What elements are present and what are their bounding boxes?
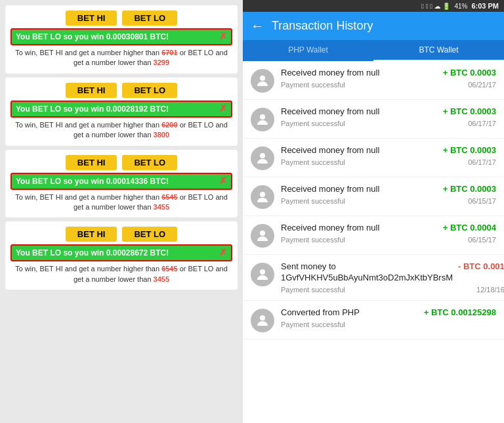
lo-number: 3455 bbox=[154, 275, 169, 283]
tx-title: Converted from PHP bbox=[281, 307, 419, 319]
status-bar:    ☁ 🔋 41% 6:03 PM bbox=[243, 0, 504, 12]
wallet-tab-btc-wallet[interactable]: BTC Wallet bbox=[373, 40, 504, 61]
back-button[interactable]: ← bbox=[251, 18, 264, 33]
tx-date: 06/17/17 bbox=[468, 120, 496, 127]
svg-point-2 bbox=[260, 153, 265, 158]
bet-card: BET HI BET LO You BET LO so you win 0.00… bbox=[5, 150, 238, 218]
hi-number: 6545 bbox=[161, 265, 177, 273]
tx-bottom: Payment successful 12/18/16 bbox=[281, 286, 504, 294]
transaction-list: Received money from null + BTC 0.0003 Pa… bbox=[243, 61, 504, 423]
transaction-item[interactable]: Converted from PHP + BTC 0.00125298 Paym… bbox=[243, 301, 504, 340]
win-banner: You BET LO so you win 0.00030801 BTC! bbox=[10, 28, 232, 45]
right-panel:    ☁ 🔋 41% 6:03 PM ← Transaction Hist… bbox=[243, 0, 504, 423]
tx-amount: - BTC 0.001 bbox=[458, 261, 504, 271]
tx-avatar bbox=[251, 185, 274, 209]
tx-content: Sent money to 1GvfVHKHV5uBbAyuNmt3oD2mJx… bbox=[281, 261, 504, 294]
svg-point-4 bbox=[260, 231, 265, 236]
tx-top: Received money from null + BTC 0.0003 bbox=[281, 106, 496, 118]
tx-date: 06/17/17 bbox=[468, 158, 496, 166]
bet-hi-button[interactable]: BET HI bbox=[66, 83, 117, 98]
page-title: Transaction History bbox=[272, 19, 373, 33]
tx-title: Received money from null bbox=[281, 184, 438, 195]
bet-buttons: BET HI BET LO bbox=[10, 11, 232, 26]
tx-title: Received money from null bbox=[281, 145, 438, 156]
tx-top: Received money from null + BTC 0.0004 bbox=[281, 223, 496, 234]
tx-status: Payment successful bbox=[281, 120, 345, 127]
tx-top: Sent money to 1GvfVHKHV5uBbAyuNmt3oD2mJx… bbox=[281, 261, 504, 284]
tx-status: Payment successful bbox=[281, 81, 345, 89]
tx-title: Received money from null bbox=[281, 106, 438, 118]
bet-hi-button[interactable]: BET HI bbox=[66, 11, 117, 26]
bet-hi-button[interactable]: BET HI bbox=[66, 155, 117, 170]
bet-hi-button[interactable]: BET HI bbox=[66, 227, 117, 242]
tx-bottom: Payment successful 06/15/17 bbox=[281, 197, 496, 205]
tx-bottom: Payment successful 06/17/17 bbox=[281, 120, 496, 127]
bet-buttons: BET HI BET LO bbox=[10, 155, 232, 170]
transaction-item[interactable]: Received money from null + BTC 0.0004 Pa… bbox=[243, 216, 504, 255]
bet-lo-button[interactable]: BET LO bbox=[122, 227, 177, 242]
transaction-item[interactable]: Received money from null + BTC 0.0003 Pa… bbox=[243, 139, 504, 177]
tx-amount: + BTC 0.0003 bbox=[443, 68, 496, 78]
tx-status: Payment successful bbox=[281, 158, 345, 166]
tx-status: Payment successful bbox=[281, 236, 345, 244]
signal-icons:    ☁ 🔋 bbox=[421, 3, 450, 10]
tx-avatar bbox=[251, 224, 274, 248]
wallet-tab-php-wallet[interactable]: PHP Wallet bbox=[243, 40, 373, 61]
wallet-tabs: PHP WalletBTC Wallet bbox=[243, 40, 504, 61]
left-panel: BET HI BET LO You BET LO so you win 0.00… bbox=[0, 0, 243, 423]
bet-description: To win, BET HI and get a number higher t… bbox=[10, 264, 232, 284]
tx-title: Sent money to 1GvfVHKHV5uBbAyuNmt3oD2mJx… bbox=[281, 261, 453, 284]
bet-card: BET HI BET LO You BET LO so you win 0.00… bbox=[5, 221, 238, 290]
bet-buttons: BET HI BET LO bbox=[10, 227, 232, 242]
bet-description: To win, BET HI and get a number higher t… bbox=[10, 120, 232, 141]
lo-number: 3299 bbox=[154, 58, 169, 66]
tx-bottom: Payment successful 06/15/17 bbox=[281, 236, 496, 244]
tx-amount: + BTC 0.00125298 bbox=[424, 307, 496, 317]
svg-point-0 bbox=[260, 76, 265, 81]
transaction-item[interactable]: Received money from null + BTC 0.0003 Pa… bbox=[243, 177, 504, 216]
tx-amount: + BTC 0.0003 bbox=[443, 106, 496, 116]
transaction-item[interactable]: Received money from null + BTC 0.0003 Pa… bbox=[243, 61, 504, 100]
tx-top: Received money from null + BTC 0.0003 bbox=[281, 145, 496, 156]
tx-content: Received money from null + BTC 0.0003 Pa… bbox=[281, 68, 496, 89]
svg-point-3 bbox=[260, 192, 265, 197]
svg-point-5 bbox=[260, 269, 265, 275]
tx-bottom: Payment successful 06/17/17 bbox=[281, 158, 496, 166]
tx-amount: + BTC 0.0003 bbox=[443, 145, 496, 155]
win-banner: You BET LO so you win 0.00014336 BTC! bbox=[10, 173, 232, 190]
bet-description: To win, BET HI and get a number higher t… bbox=[10, 192, 232, 213]
clock: 6:03 PM bbox=[471, 2, 499, 10]
hi-number: 6701 bbox=[161, 49, 177, 56]
hi-number: 6545 bbox=[161, 193, 177, 201]
win-banner: You BET LO so you win 0.00028192 BTC! bbox=[10, 100, 232, 118]
tx-content: Received money from null + BTC 0.0003 Pa… bbox=[281, 106, 496, 127]
bet-card: BET HI BET LO You BET LO so you win 0.00… bbox=[5, 5, 238, 74]
tx-title: Received money from null bbox=[281, 223, 438, 234]
tx-amount: + BTC 0.0004 bbox=[443, 223, 496, 233]
tx-title: Received money from null bbox=[281, 68, 438, 79]
bet-lo-button[interactable]: BET LO bbox=[122, 155, 177, 170]
tx-avatar bbox=[251, 146, 274, 170]
tx-top: Converted from PHP + BTC 0.00125298 bbox=[281, 307, 496, 319]
win-banner: You BET LO so you win 0.00028672 BTC! bbox=[10, 244, 232, 261]
tx-date: 06/15/17 bbox=[468, 236, 496, 244]
tx-date: 06/21/17 bbox=[468, 81, 496, 89]
bet-description: To win, BET HI and get a number higher t… bbox=[10, 48, 232, 68]
tx-amount: + BTC 0.0003 bbox=[443, 184, 496, 194]
tx-avatar bbox=[251, 69, 274, 93]
bet-lo-button[interactable]: BET LO bbox=[122, 83, 177, 98]
tx-bottom: Payment successful bbox=[281, 321, 496, 328]
tx-content: Received money from null + BTC 0.0003 Pa… bbox=[281, 145, 496, 166]
tx-content: Received money from null + BTC 0.0003 Pa… bbox=[281, 184, 496, 205]
tx-content: Received money from null + BTC 0.0004 Pa… bbox=[281, 223, 496, 244]
transaction-item[interactable]: Sent money to 1GvfVHKHV5uBbAyuNmt3oD2mJx… bbox=[243, 255, 504, 301]
hi-number: 6200 bbox=[161, 121, 177, 129]
page-header: ← Transaction History bbox=[243, 12, 504, 40]
bet-lo-button[interactable]: BET LO bbox=[122, 11, 177, 26]
tx-avatar bbox=[251, 309, 274, 332]
bet-buttons: BET HI BET LO bbox=[10, 83, 232, 98]
transaction-item[interactable]: Received money from null + BTC 0.0003 Pa… bbox=[243, 100, 504, 139]
tx-top: Received money from null + BTC 0.0003 bbox=[281, 68, 496, 79]
tx-status: Payment successful bbox=[281, 197, 345, 205]
tx-bottom: Payment successful 06/21/17 bbox=[281, 81, 496, 89]
